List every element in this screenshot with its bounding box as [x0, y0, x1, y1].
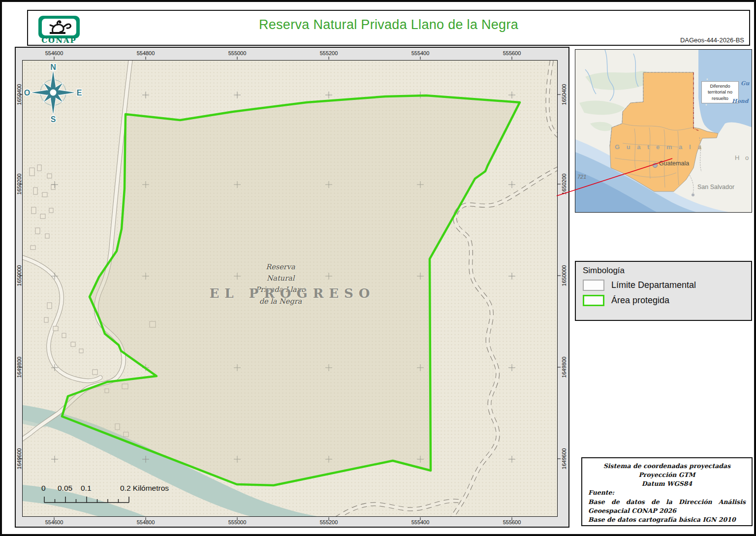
credits-panel: Sistema de coordenadas proyectadas Proye… — [581, 457, 753, 526]
header: CONAP Reserva Natural Privada Llano de l… — [27, 10, 750, 46]
scale-unit-label: 0.2 Kilómetros — [120, 484, 169, 493]
grid-label-left: 1649800 — [16, 357, 22, 378]
grid-label-left: 1650000 — [16, 265, 22, 286]
datum-line: Datum WGS84 — [588, 479, 746, 488]
grid-label-bottom: 554600 — [45, 519, 63, 525]
inset-capital-label: Guatemala — [659, 160, 689, 167]
grid-label-right: 1650400 — [561, 84, 567, 105]
legend-item-protected-area: Área protegida — [583, 295, 744, 306]
inset-locator-map: G u a t e m a l a Guatemala San Salvador… — [575, 49, 752, 213]
source-line-1: Base de datos de la Dirección Análisis G… — [588, 498, 746, 515]
compass-rose-icon: N E S O — [24, 63, 82, 124]
department-label: EL PROGRESO — [209, 286, 375, 301]
grid-label-right: 1649600 — [561, 448, 567, 470]
grid-label-top: 555000 — [228, 50, 247, 56]
grid-label-bottom: 555400 — [411, 519, 430, 525]
legend-title: Simbología — [583, 266, 744, 276]
scale-bar: 0 0.05 0.1 0.2 Kilómetros — [41, 484, 204, 511]
city-dot-icon — [653, 163, 658, 168]
grid-label-right: 1650200 — [561, 174, 567, 195]
compass-e-label: E — [77, 89, 82, 97]
conap-logo-text: CONAP — [35, 36, 83, 45]
projection-line: Proyección GTM — [588, 471, 746, 479]
source-heading: Fuente: — [588, 488, 746, 497]
grid-label-bottom: 555600 — [503, 519, 521, 525]
grid-label-left: 1650200 — [16, 174, 22, 195]
scale-tick-label: 0.1 — [81, 484, 92, 493]
scale-tick-label: 0 — [41, 484, 46, 493]
scale-ruler — [41, 496, 145, 504]
grid-label-top: 555400 — [411, 50, 430, 56]
grid-label-bottom: 555000 — [228, 519, 247, 525]
compass-o-label: O — [24, 89, 30, 97]
scale-tick-label: 0.05 — [58, 484, 72, 493]
inset-country-label: G u a t e m a l a — [615, 143, 703, 151]
inset-gulf-label: Hond — [732, 98, 748, 104]
map-canvas: N E S O Reserva Natural Privada Llano de… — [22, 60, 558, 517]
grid-label-left: 1650400 — [16, 84, 22, 105]
grid-label-top: 554800 — [137, 50, 155, 56]
grid-label-top: 555600 — [503, 50, 521, 56]
inset-road-number: 721 — [577, 174, 586, 180]
coord-system-line: Sistema de coordenadas proyectadas — [588, 462, 746, 471]
grid-label-top: 555200 — [320, 50, 338, 56]
city-dot-icon — [692, 193, 694, 196]
legend: Simbología Límite Departamental Área pro… — [575, 261, 752, 321]
map-document-page: CONAP Reserva Natural Privada Llano de l… — [0, 0, 756, 536]
legend-item-departmental: Límite Departamental — [583, 280, 744, 291]
inset-gulf-label2: Gu — [741, 80, 749, 87]
grid-label-bottom: 555200 — [320, 519, 338, 525]
inset-san-salvador-label: San Salvador — [697, 184, 734, 190]
inset-honduras-label: H o — [735, 154, 751, 161]
grid-label-bottom: 554800 — [137, 519, 155, 525]
compass-n-label: N — [50, 63, 56, 71]
source-line-2: Base de datos cartografía básica IGN 201… — [588, 515, 746, 524]
page-title: Reserva Natural Privada Llano de la Negr… — [259, 17, 518, 32]
compass-s-label: S — [51, 115, 56, 124]
grid-label-right: 1649800 — [561, 357, 567, 378]
protected-area-swatch — [583, 295, 604, 306]
departmental-boundary-swatch — [583, 280, 604, 291]
grid-label-right: 1650000 — [561, 265, 567, 286]
grid-label-left: 1649600 — [16, 448, 22, 470]
document-code: DAGeos-444-2026-BS — [680, 36, 744, 44]
grid-label-top: 554600 — [45, 50, 63, 56]
map-frame: 554600 554800 555000 555200 555400 55560… — [15, 47, 569, 528]
